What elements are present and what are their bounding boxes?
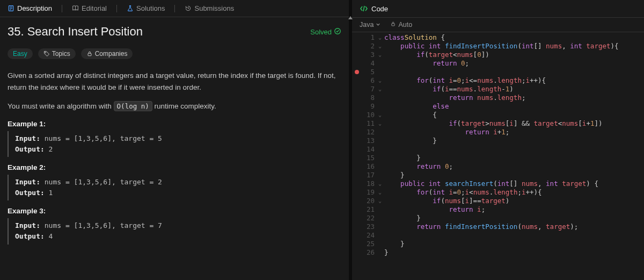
line-number: 18 [362, 180, 376, 188]
breakpoint-dot[interactable] [355, 70, 359, 74]
code-line[interactable]: 6⌄ for(int i=0;i<=nums.length;i++){ [352, 76, 644, 85]
line-number: 21 [362, 205, 376, 214]
auto-toggle[interactable]: Auto [390, 21, 412, 28]
code-line[interactable]: 26} [352, 248, 644, 257]
problem-title: 35. Search Insert Position [8, 25, 143, 39]
code-text[interactable]: if(nums[i]==target) [384, 197, 509, 205]
line-number: 20 [362, 197, 376, 205]
language-selector[interactable]: Java [360, 21, 380, 28]
code-text[interactable]: { [384, 111, 437, 119]
code-text[interactable]: return nums.length; [384, 94, 525, 102]
example-title: Example 2: [8, 163, 341, 171]
code-line[interactable]: 19⌄ for(int i=0;i<nums.length;i++){ [352, 188, 644, 197]
code-line[interactable]: 7⌄ if(i==nums.length-1) [352, 85, 644, 94]
tab-submissions[interactable]: Submissions [185, 4, 234, 12]
solved-label: Solved [310, 28, 332, 36]
code-line[interactable]: 25 } [352, 240, 644, 248]
code-text[interactable]: return 0; [384, 162, 453, 171]
code-header: Code [352, 0, 644, 18]
code-text[interactable]: public int searchInsert(int[] nums, int … [384, 180, 598, 188]
topics-chip[interactable]: Topics [38, 48, 76, 59]
code-text[interactable]: return 0; [384, 59, 469, 68]
breakpoint-gutter[interactable] [352, 68, 362, 76]
code-text[interactable]: } [384, 240, 405, 248]
code-text[interactable]: if(i==nums.length-1) [384, 85, 514, 94]
code-line[interactable]: 8 return nums.length; [352, 94, 644, 102]
example-block: Input: nums = [1,3,5,6], target = 7Outpu… [8, 218, 341, 244]
code-line[interactable]: 10⌄ { [352, 111, 644, 119]
code-text[interactable]: } [384, 137, 437, 145]
lock-icon [390, 21, 396, 28]
code-text[interactable]: if(target>nums[i] && target<nums[i+1]) [384, 119, 603, 128]
fold-gutter[interactable]: ⌄ [376, 197, 384, 205]
code-editor[interactable]: 1⌄classSolution {2⌄ public int findInser… [352, 32, 644, 280]
tab-separator [62, 5, 62, 12]
code-text[interactable]: } [384, 214, 421, 222]
tab-description[interactable]: Description [8, 4, 52, 12]
code-text[interactable]: else [384, 102, 449, 111]
code-line[interactable]: 23 return findInsertPosition(nums, targe… [352, 222, 644, 231]
tab-editorial[interactable]: Editorial [72, 4, 107, 12]
fold-gutter[interactable]: ⌄ [376, 119, 384, 128]
tab-solutions[interactable]: Solutions [127, 4, 165, 12]
difficulty-chip[interactable]: Easy [8, 48, 33, 59]
code-text[interactable]: for(int i=0;i<nums.length;i++){ [384, 188, 542, 197]
code-text[interactable]: return i; [384, 205, 485, 214]
code-line[interactable]: 11⌄ if(target>nums[i] && target<nums[i+1… [352, 119, 644, 128]
fold-gutter[interactable]: ⌄ [376, 76, 384, 85]
code-line[interactable]: 24 [352, 231, 644, 240]
flask-icon [127, 5, 134, 12]
line-number: 11 [362, 119, 376, 128]
line-number: 19 [362, 188, 376, 197]
code-text[interactable]: return i+1; [384, 128, 509, 137]
code-text[interactable]: } [384, 171, 405, 180]
code-line[interactable]: 3⌄ if(target<nums[0]) [352, 51, 644, 59]
fold-gutter[interactable]: ⌄ [376, 33, 384, 42]
code-text[interactable]: } [384, 154, 421, 162]
code-line[interactable]: 14 [352, 145, 644, 154]
code-pane: Code Java Auto 1⌄classSolution {2⌄ publi… [352, 0, 644, 280]
fold-gutter[interactable]: ⌄ [376, 180, 384, 188]
code-line[interactable]: 12 return i+1; [352, 128, 644, 137]
code-line[interactable]: 2⌄ public int findInsertPosition(int[] n… [352, 42, 644, 51]
code-line[interactable]: 22 } [352, 214, 644, 222]
code-line[interactable]: 4 return 0; [352, 59, 644, 68]
code-text[interactable]: return findInsertPosition(nums, target); [384, 222, 578, 231]
code-line[interactable]: 13 } [352, 137, 644, 145]
code-line[interactable]: 15 } [352, 154, 644, 162]
code-line[interactable]: 16 return 0; [352, 162, 644, 171]
problem-description-2: You must write an algorithm with O(log n… [8, 100, 341, 112]
line-number: 3 [362, 51, 376, 59]
line-number: 5 [362, 68, 376, 76]
code-text[interactable]: if(target<nums[0]) [384, 51, 489, 59]
code-line[interactable]: 5 [352, 68, 644, 76]
examples: Example 1:Input: nums = [1,3,5,6], targe… [8, 120, 341, 245]
line-number: 24 [362, 231, 376, 240]
fold-gutter[interactable]: ⌄ [376, 85, 384, 94]
fold-gutter[interactable]: ⌄ [376, 42, 384, 51]
companies-label: Companies [95, 50, 128, 58]
code-line[interactable]: 1⌄classSolution { [352, 33, 644, 42]
line-number: 1 [362, 33, 376, 42]
chevron-down-icon [376, 21, 380, 28]
line-number: 15 [362, 154, 376, 162]
code-text[interactable]: for(int i=0;i<=nums.length;i++){ [384, 76, 546, 85]
code-text[interactable]: public int findInsertPosition(int[] nums… [384, 42, 619, 51]
fold-gutter[interactable]: ⌄ [376, 188, 384, 197]
fold-gutter[interactable]: ⌄ [376, 111, 384, 119]
tab-label: Editorial [82, 4, 107, 12]
code-text[interactable]: classSolution { [384, 33, 445, 42]
difficulty-label: Easy [13, 50, 27, 58]
fold-gutter[interactable]: ⌄ [376, 51, 384, 59]
code-line[interactable]: 9 else [352, 102, 644, 111]
line-number: 6 [362, 76, 376, 85]
line-number: 2 [362, 42, 376, 51]
svg-rect-7 [88, 53, 91, 56]
code-line[interactable]: 17 } [352, 171, 644, 180]
code-line[interactable]: 20⌄ if(nums[i]==target) [352, 197, 644, 205]
code-line[interactable]: 21 return i; [352, 205, 644, 214]
code-text[interactable]: } [384, 248, 389, 257]
code-line[interactable]: 18⌄ public int searchInsert(int[] nums, … [352, 180, 644, 188]
code-subbar: Java Auto [352, 18, 644, 32]
companies-chip[interactable]: Companies [81, 48, 133, 59]
